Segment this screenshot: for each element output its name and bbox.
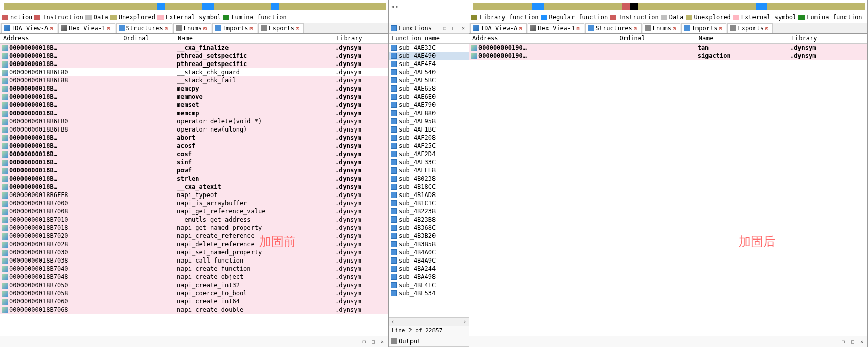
function-item[interactable]: sub_4AE490 [389, 52, 469, 60]
table-row[interactable]: 00000000018B7040napi_create_function.dyn… [0, 265, 388, 273]
table-row[interactable]: 00000000018B7018napi_get_named_property.… [0, 224, 388, 232]
table-row[interactable]: 00000000018B…sinf.dynsym [0, 158, 388, 166]
scroll-left-icon[interactable]: ‹ [389, 318, 397, 326]
table-row[interactable]: 00000000018B7020napi_create_reference.dy… [0, 232, 388, 240]
function-item[interactable]: sub_4AF33C [389, 158, 469, 166]
table-row[interactable]: 00000000018B6FB0operator delete(void *).… [0, 117, 388, 125]
function-item[interactable]: sub_4AE880 [389, 109, 469, 117]
col-name[interactable]: Name [175, 34, 333, 44]
function-item[interactable]: sub_4BE4FC [389, 281, 469, 289]
function-item[interactable]: sub_4AE5BC [389, 76, 469, 84]
table-row[interactable]: 00000000018B…__cxa_atexit.dynsym [0, 183, 388, 191]
table-row[interactable]: 00000000018B7028napi_delete_reference.dy… [0, 240, 388, 248]
function-item[interactable]: sub_4AE658 [389, 84, 469, 93]
close-icon[interactable]: ✕ [379, 338, 386, 345]
nav-strip-left[interactable] [0, 0, 388, 12]
table-row[interactable]: 00000000018B…memmove.dynsym [0, 93, 388, 101]
functions-header[interactable]: Function name [389, 34, 469, 44]
table-row[interactable]: 00000000018B6F88__stack_chk_fail.dynsym [0, 76, 388, 84]
table-row[interactable]: 00000000018B…cosf.dynsym [0, 150, 388, 158]
function-item[interactable]: sub_4B0238 [389, 175, 469, 183]
tab-exports[interactable]: Exports⊠ [258, 23, 304, 33]
function-item[interactable]: sub_4AE958 [389, 117, 469, 125]
table-row[interactable]: 00000000018B…memcmp.dynsym [0, 109, 388, 117]
function-item[interactable]: sub_4BE534 [389, 289, 469, 297]
tab-enums[interactable]: Enums⊠ [173, 23, 211, 33]
table-row[interactable]: 00000000018B7010__emutls_get_address.dyn… [0, 215, 388, 224]
col-ordinal[interactable]: Ordinal [616, 34, 695, 44]
function-item[interactable]: sub_4BA244 [389, 265, 469, 273]
table-row[interactable]: 00000000018B…memset.dynsym [0, 101, 388, 109]
function-item[interactable]: sub_4B23B8 [389, 215, 469, 224]
restore-icon[interactable]: ❐ [840, 338, 847, 345]
col-address[interactable]: Address [469, 34, 616, 44]
close-icon[interactable]: ⊠ [577, 26, 582, 31]
tab-structures[interactable]: Structures⊠ [116, 23, 172, 33]
close-icon[interactable]: ⊠ [765, 26, 770, 31]
col-address[interactable]: Address [0, 34, 120, 44]
function-item[interactable]: sub_4BA498 [389, 273, 469, 281]
close-icon[interactable]: ⊠ [296, 26, 301, 31]
function-item[interactable]: sub_4B4A0C [389, 248, 469, 256]
function-item[interactable]: sub_4AE4F4 [389, 60, 469, 68]
table-row[interactable]: 00000000018B…strlen.dynsym [0, 175, 388, 183]
table-row[interactable]: 00000000018B6FF8napi_typeof.dynsym [0, 191, 388, 199]
tab-ida-view-a[interactable]: IDA View-A⊠ [1, 23, 57, 33]
scroll-right-icon[interactable]: › [461, 318, 469, 326]
maximize-icon[interactable]: □ [450, 25, 458, 32]
tab-imports[interactable]: Imports⊠ [212, 23, 258, 33]
function-item[interactable]: sub_4AF25C [389, 142, 469, 150]
nav-bar-left[interactable] [4, 3, 386, 10]
restore-icon[interactable]: ❐ [441, 25, 448, 32]
table-row[interactable]: 00000000018B7058napi_coerce_to_bool.dyns… [0, 289, 388, 297]
tab-exports[interactable]: Exports⊠ [727, 23, 773, 33]
table-row[interactable]: 00000000018B6FB8operator new(ulong).dyns… [0, 125, 388, 134]
close-icon[interactable]: ⊠ [249, 26, 255, 31]
table-row[interactable]: 00000000018B7008napi_get_reference_value… [0, 207, 388, 215]
function-item[interactable]: sub_4B2238 [389, 207, 469, 215]
function-item[interactable]: sub_4AE6E0 [389, 93, 469, 101]
table-row[interactable]: 00000000018B7030napi_set_named_property.… [0, 248, 388, 256]
tab-imports[interactable]: Imports⊠ [681, 23, 727, 33]
function-item[interactable]: sub_4B18CC [389, 183, 469, 191]
imports-table-right[interactable]: AddressOrdinalNameLibrary000000000190…ta… [469, 34, 867, 336]
tab-ida-view-a[interactable]: IDA View-A⊠ [470, 23, 527, 33]
maximize-icon[interactable]: □ [370, 338, 377, 345]
tab-structures[interactable]: Structures⊠ [585, 23, 642, 33]
nav-next-icon[interactable]: ► [396, 4, 401, 9]
table-row[interactable]: 00000000018B…abort.dynsym [0, 134, 388, 142]
table-row[interactable]: 00000000018B…acosf.dynsym [0, 142, 388, 150]
maximize-icon[interactable]: □ [849, 338, 856, 345]
table-row[interactable]: 00000000018B…powf.dynsym [0, 166, 388, 175]
functions-list[interactable]: sub_4AE33Csub_4AE490sub_4AE4F4sub_4AE540… [389, 44, 469, 317]
scroll-horizontal[interactable]: ‹ › [389, 317, 469, 326]
close-icon[interactable]: ⊠ [634, 26, 639, 31]
table-row[interactable]: 000000000190…tan.dynsym [469, 44, 867, 52]
table-row[interactable]: 00000000018B…__cxa_finalize.dynsym [0, 44, 388, 52]
close-icon[interactable]: ⊠ [107, 26, 112, 31]
function-item[interactable]: sub_4AF1BC [389, 125, 469, 134]
tab-enums[interactable]: Enums⊠ [643, 23, 680, 33]
col-library[interactable]: Library [333, 34, 388, 44]
function-item[interactable]: sub_4AFEE8 [389, 166, 469, 175]
col-name[interactable]: Name [696, 34, 788, 44]
table-row[interactable]: 00000000018B7000napi_is_arraybuffer.dyns… [0, 199, 388, 207]
function-item[interactable]: sub_4B1AD8 [389, 191, 469, 199]
table-row[interactable]: 00000000018B6F80__stack_chk_guard.dynsym [0, 68, 388, 76]
table-row[interactable]: 00000000018B7048napi_create_object.dynsy… [0, 273, 388, 281]
function-item[interactable]: sub_4B4A9C [389, 256, 469, 265]
function-item[interactable]: sub_4AE33C [389, 44, 469, 52]
nav-strip-right[interactable] [469, 0, 867, 12]
table-row[interactable]: 00000000018B…pthread_getspecific.dynsym [0, 60, 388, 68]
close-icon[interactable]: ✕ [858, 338, 865, 345]
col-library[interactable]: Library [788, 34, 867, 44]
close-icon[interactable]: ⊠ [203, 26, 209, 31]
close-icon[interactable]: ⊠ [519, 26, 524, 31]
function-item[interactable]: sub_4AF208 [389, 134, 469, 142]
function-item[interactable]: sub_4B368C [389, 224, 469, 232]
function-item[interactable]: sub_4B3B20 [389, 232, 469, 240]
table-row[interactable]: 00000000018B7060napi_create_int64.dynsym [0, 297, 388, 306]
table-row[interactable]: 00000000018B7050napi_create_int32.dynsym [0, 281, 388, 289]
nav-bar-right[interactable] [473, 3, 865, 10]
close-icon[interactable]: ⊠ [719, 26, 724, 31]
